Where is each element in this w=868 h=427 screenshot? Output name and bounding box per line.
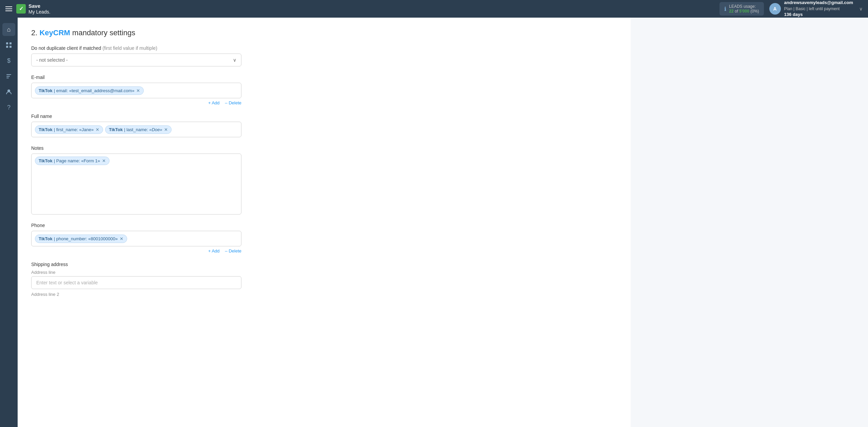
brand-name: KeyCRM bbox=[39, 28, 70, 37]
fullname-tag-1-close[interactable]: ✕ bbox=[164, 127, 168, 132]
svg-rect-1 bbox=[9, 42, 12, 44]
leads-separator: of bbox=[735, 9, 739, 14]
fullname-field-group: Full name TikTok | first_name: «Jane» ✕ … bbox=[31, 114, 617, 137]
sidebar: ⌂ $ ? bbox=[0, 18, 18, 427]
user-days: 136 days bbox=[784, 12, 853, 18]
leads-used: 22 bbox=[729, 9, 733, 14]
notes-tag-input[interactable]: TikTok | Page name: «Form 1» ✕ bbox=[31, 154, 241, 215]
sidebar-item-billing[interactable]: $ bbox=[2, 54, 15, 67]
duplicate-field-group: Do not duplicate client if matched (firs… bbox=[31, 45, 617, 66]
sidebar-item-edit[interactable] bbox=[2, 70, 15, 83]
email-tag-input[interactable]: TikTok | email: «test_email_address@mail… bbox=[31, 83, 241, 98]
notes-label: Notes bbox=[31, 145, 617, 151]
sidebar-item-help[interactable]: ? bbox=[2, 101, 15, 114]
duplicate-dropdown[interactable]: - not selected - ∨ bbox=[31, 54, 241, 66]
duplicate-hint: (first field value if multiple) bbox=[102, 45, 157, 51]
page-title: 2. KeyCRM mandatory settings bbox=[31, 28, 617, 37]
email-add-button[interactable]: Add bbox=[208, 100, 220, 105]
svg-rect-2 bbox=[6, 46, 8, 48]
fullname-tag-input[interactable]: TikTok | first_name: «Jane» ✕ TikTok | l… bbox=[31, 122, 241, 137]
user-info: andrewsavemyleads@gmail.com Plan | Basic… bbox=[784, 0, 853, 18]
main-layout: ⌂ $ ? 2. KeyCRM m bbox=[0, 18, 868, 427]
email-delete-button[interactable]: Delete bbox=[225, 100, 241, 105]
phone-field-group: Phone TikTok | phone_number: «8001000000… bbox=[31, 223, 617, 253]
user-area: A andrewsavemyleads@gmail.com Plan | Bas… bbox=[769, 0, 863, 18]
address-line1-input[interactable] bbox=[31, 276, 241, 289]
user-email: andrewsavemyleads@gmail.com bbox=[784, 0, 853, 6]
leads-usage-widget: ℹ LEADS usage: 22 of 5'000 (0%) bbox=[719, 2, 764, 16]
notes-field-group: Notes TikTok | Page name: «Form 1» ✕ bbox=[31, 145, 617, 215]
svg-rect-5 bbox=[6, 76, 10, 77]
phone-add-button[interactable]: Add bbox=[208, 248, 220, 253]
notes-tag-0: TikTok | Page name: «Form 1» ✕ bbox=[35, 157, 110, 165]
user-plan-label: Plan bbox=[784, 6, 792, 11]
info-icon: ℹ bbox=[724, 6, 726, 12]
address-line2-label: Address line 2 bbox=[31, 292, 617, 297]
svg-rect-4 bbox=[6, 74, 11, 75]
logo: ✓ Save My Leads. bbox=[16, 3, 51, 15]
sidebar-item-account[interactable] bbox=[2, 85, 15, 98]
right-panel bbox=[631, 18, 868, 427]
logo-check-icon: ✓ bbox=[16, 4, 26, 14]
logo-text: Save My Leads. bbox=[28, 3, 51, 15]
user-menu-chevron[interactable]: ∨ bbox=[859, 6, 863, 12]
address-line1-label: Address line bbox=[31, 270, 617, 275]
user-plan: Basic bbox=[795, 6, 805, 11]
svg-rect-0 bbox=[6, 42, 8, 44]
email-tag-0-close[interactable]: ✕ bbox=[136, 88, 140, 93]
phone-delete-button[interactable]: Delete bbox=[225, 248, 241, 253]
email-label: E-mail bbox=[31, 75, 617, 80]
shipping-section-label: Shipping address bbox=[31, 262, 617, 267]
sidebar-item-home[interactable]: ⌂ bbox=[2, 23, 15, 36]
phone-field-actions: Add Delete bbox=[31, 248, 241, 253]
user-plan-suffix: left until payment bbox=[809, 6, 840, 11]
shipping-field-group: Shipping address Address line Address li… bbox=[31, 262, 617, 297]
phone-tag-0-close[interactable]: ✕ bbox=[120, 236, 123, 241]
phone-label: Phone bbox=[31, 223, 617, 228]
phone-tag-input[interactable]: TikTok | phone_number: «8001000000» ✕ bbox=[31, 231, 241, 246]
email-tag-0: TikTok | email: «test_email_address@mail… bbox=[35, 86, 144, 95]
leads-total: 5'000 bbox=[739, 9, 749, 14]
phone-tag-0: TikTok | phone_number: «8001000000» ✕ bbox=[35, 235, 127, 243]
leads-usage-text: LEADS usage: 22 of 5'000 (0%) bbox=[729, 4, 759, 14]
menu-button[interactable] bbox=[5, 6, 12, 11]
email-field-group: E-mail TikTok | email: «test_email_addre… bbox=[31, 75, 617, 105]
leads-percent: (0%) bbox=[750, 9, 759, 14]
dropdown-value: - not selected - bbox=[36, 57, 68, 63]
avatar: A bbox=[769, 3, 781, 15]
svg-rect-6 bbox=[6, 78, 9, 78]
email-field-actions: Add Delete bbox=[31, 100, 241, 105]
duplicate-label: Do not duplicate client if matched (firs… bbox=[31, 45, 617, 51]
sidebar-item-integrations[interactable] bbox=[2, 39, 15, 52]
content-area: 2. KeyCRM mandatory settings Do not dupl… bbox=[18, 18, 631, 427]
fullname-tag-1: TikTok | last_name: «Doe» ✕ bbox=[105, 125, 172, 134]
fullname-tag-0-close[interactable]: ✕ bbox=[96, 127, 99, 132]
svg-rect-3 bbox=[9, 46, 12, 48]
fullname-label: Full name bbox=[31, 114, 617, 119]
top-navigation: ✓ Save My Leads. ℹ LEADS usage: 22 of 5'… bbox=[0, 0, 868, 18]
notes-tag-0-close[interactable]: ✕ bbox=[102, 158, 106, 163]
fullname-tag-0: TikTok | first_name: «Jane» ✕ bbox=[35, 125, 103, 134]
dropdown-chevron-icon: ∨ bbox=[233, 57, 236, 63]
